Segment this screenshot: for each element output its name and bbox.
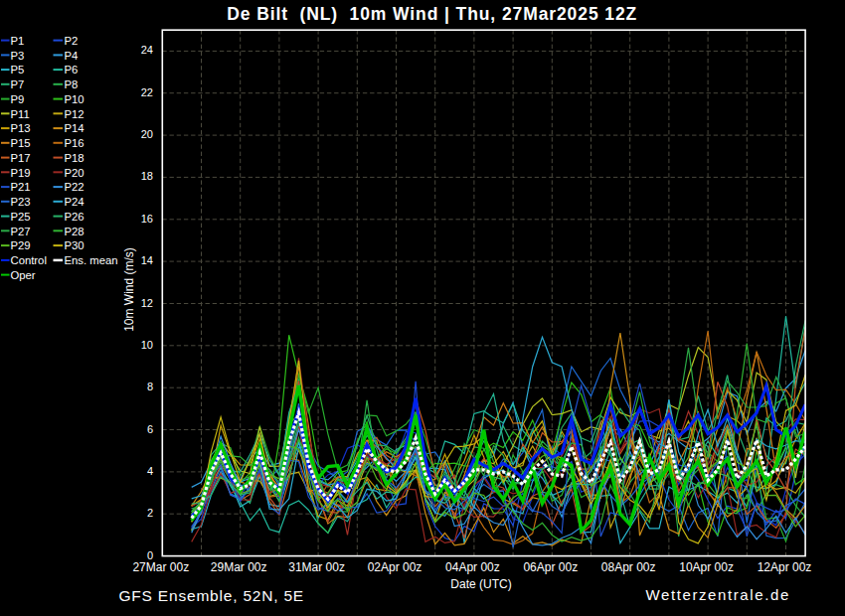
svg-text:P5: P5 [11,64,25,76]
svg-text:14: 14 [141,254,153,266]
svg-text:12Apr 00z: 12Apr 00z [758,560,812,574]
svg-text:2: 2 [147,507,153,519]
svg-text:P25: P25 [11,211,31,223]
svg-text:GFS Ensemble, 52N, 5E: GFS Ensemble, 52N, 5E [119,587,305,604]
svg-text:P19: P19 [11,167,31,179]
svg-text:P26: P26 [65,211,84,223]
svg-text:P8: P8 [65,78,79,90]
svg-text:P18: P18 [65,152,84,164]
svg-text:24: 24 [141,44,153,56]
svg-text:04Apr 00z: 04Apr 00z [445,560,500,574]
svg-text:16: 16 [141,213,153,225]
svg-text:P7: P7 [11,78,25,90]
svg-text:06Apr 00z: 06Apr 00z [523,560,578,574]
svg-text:20: 20 [141,128,153,140]
svg-text:P10: P10 [65,93,84,105]
svg-text:10m Wind (m/s): 10m Wind (m/s) [122,247,136,332]
svg-text:P4: P4 [65,50,79,62]
svg-text:Date (UTC): Date (UTC) [450,577,511,591]
svg-text:22: 22 [141,86,153,98]
svg-text:Wetterzentrale.de: Wetterzentrale.de [646,586,790,603]
svg-text:P16: P16 [65,137,84,149]
svg-text:De Bilt (NL) 10m Wind | Thu,: De Bilt (NL) 10m Wind | Thu, 27Mar2025 1… [227,4,637,24]
svg-text:8: 8 [147,381,153,392]
svg-text:6: 6 [147,423,153,435]
svg-text:P23: P23 [11,196,31,208]
svg-text:P21: P21 [11,181,31,193]
svg-text:10: 10 [141,339,153,351]
svg-text:P15: P15 [11,137,31,149]
svg-text:P29: P29 [11,239,31,251]
svg-text:P17: P17 [11,152,31,164]
svg-text:08Apr 00z: 08Apr 00z [601,560,656,574]
svg-text:4: 4 [147,465,153,477]
svg-text:P12: P12 [65,108,84,120]
svg-text:P9: P9 [11,93,25,105]
svg-text:Control: Control [11,254,47,266]
svg-text:P6: P6 [65,64,79,76]
svg-text:31Mar 00z: 31Mar 00z [288,560,345,574]
svg-text:P3: P3 [11,50,25,62]
svg-text:12: 12 [141,297,153,309]
svg-text:29Mar 00z: 29Mar 00z [211,560,267,574]
svg-text:P13: P13 [11,122,31,134]
svg-text:02Apr 00z: 02Apr 00z [368,560,422,574]
svg-text:27Mar 00z: 27Mar 00z [132,560,189,574]
svg-text:P30: P30 [65,239,84,251]
svg-text:Ens. mean: Ens. mean [65,254,118,266]
svg-text:P20: P20 [65,167,84,179]
svg-text:P11: P11 [11,108,30,120]
svg-text:P27: P27 [11,226,31,237]
svg-text:P28: P28 [65,226,84,237]
svg-text:P24: P24 [65,196,84,208]
svg-text:P2: P2 [65,35,79,47]
svg-text:18: 18 [141,170,153,182]
svg-text:P22: P22 [65,181,84,193]
svg-text:Oper: Oper [11,269,36,281]
svg-text:P14: P14 [65,122,84,134]
svg-text:10Apr 00z: 10Apr 00z [679,560,734,574]
svg-text:P1: P1 [11,35,25,47]
